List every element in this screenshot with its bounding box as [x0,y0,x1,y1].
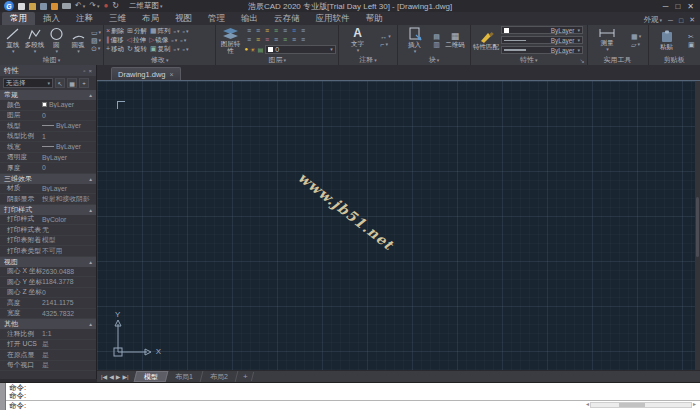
property-value[interactable]: ByLayer [42,143,96,150]
erase-tool[interactable]: ×删除 [106,27,124,36]
modify-more-icon-3[interactable]: ▫▾ [171,37,177,44]
layer-tool-icon-6[interactable]: ≡ [289,26,298,35]
layer-tool-icon-13[interactable]: ≡ [289,35,298,44]
measure-tool[interactable]: 测量▾ [594,28,620,52]
array-tool[interactable]: ▦阵列 [150,27,171,36]
panel-properties-footer[interactable]: 特性▾ ↘ [471,55,586,65]
drawing-canvas[interactable]: www.jb51.net Y X [97,80,700,370]
modify-more-icon-4[interactable]: ▫▾ [180,37,186,44]
panel-clipboard-footer[interactable]: 剪贴板 [649,55,700,65]
line-tool[interactable]: 直线▾ [2,27,24,54]
modify-more-icon-5[interactable]: ▫▾ [174,46,180,53]
doc-restore-button[interactable]: □ [679,17,683,24]
command-scrollbar[interactable]: ◂ ▸ [586,401,696,408]
ribbon-tab-8[interactable]: 输出 [233,12,266,25]
text-tool[interactable]: A 文字▾ [345,27,370,53]
edit-block-icon[interactable]: ▥ [433,41,440,48]
layer-tool-icon-2[interactable]: ≡ [253,26,262,35]
palette-autohide-icon[interactable]: ▫ [83,68,85,74]
scroll-right-icon[interactable]: ▸ [693,401,696,408]
panel-modify-footer[interactable]: 修改▾ [104,55,215,65]
hatch-tool-icon[interactable]: ▨▾ [91,37,101,44]
next-layout-icon[interactable]: ▶ [116,373,121,380]
property-value[interactable]: 无 [42,225,96,235]
ribbon-tab-4[interactable]: 三维 [101,12,134,25]
last-layout-icon[interactable]: ▶| [122,373,128,380]
offset-tool[interactable]: ∥偏移 [106,36,124,45]
layer-tool-icon-4[interactable]: ≡ [271,26,280,35]
property-section-header[interactable]: 视图▴ [0,257,96,267]
quick-select-icon[interactable]: ▦▾ [631,33,641,40]
move-tool[interactable]: +移动 [106,45,124,54]
layer-tool-icon-3[interactable]: ≡ [262,26,271,35]
qrcode-tool[interactable]: ▦ 二维码 [444,32,466,48]
workspace-selector[interactable]: 二维草图▾ [126,1,166,11]
property-section-header[interactable]: 其他▴ [0,319,96,329]
palette-close-icon[interactable]: × [88,68,92,74]
app-logo-icon[interactable]: G [4,1,14,11]
new-file-icon[interactable] [18,3,25,10]
dimension-tool-icon[interactable]: ↔▾ [380,33,391,40]
copy-clip-icon[interactable]: ▣ [688,41,695,48]
maximize-button[interactable]: □ [675,2,680,11]
property-value[interactable]: 2141.1175 [42,299,96,306]
redo-icon[interactable]: ↷▾ [89,2,99,10]
refresh-icon[interactable]: ↻ [112,2,119,10]
layer-select-dropdown[interactable]: 0 ▾ [265,45,336,54]
ribbon-tab-9[interactable]: 云存储 [266,12,308,25]
property-value[interactable]: 投射和接收阴影 [42,194,96,204]
explode-tool[interactable]: ⊞分解 [127,27,147,36]
property-value[interactable]: ByLayer [42,101,96,108]
open-file-icon[interactable] [29,3,36,10]
match-properties-tool[interactable]: 特性匹配 [473,31,499,50]
layer-tool-icon-8[interactable]: ≡ [244,35,253,44]
layer-tool-icon-10[interactable]: ≡ [262,35,271,44]
property-value[interactable]: 不可用 [42,246,96,256]
layer-tool-icon-1[interactable]: ≡ [244,26,253,35]
ribbon-tab-10[interactable]: 应用软件 [308,12,358,25]
property-value[interactable]: ByLayer [42,154,96,161]
ribbon-tab-2[interactable]: 插入 [35,12,68,25]
mirror-tool[interactable]: ▷镜像 [149,36,168,45]
property-value[interactable]: 1184.3778 [42,278,96,285]
canvas-vertical-scrollbar[interactable] [695,81,700,370]
property-value[interactable]: 4325.7832 [42,310,96,317]
quick-select-palette-icon[interactable]: + [79,78,89,88]
ribbon-tab-7[interactable]: 管理 [200,12,233,25]
undo-icon[interactable]: ↶▾ [75,2,85,10]
layer-tool-icon-14[interactable]: ≡ [298,35,307,44]
cut-icon[interactable]: ✂ [688,33,695,40]
panel-layer-footer[interactable]: 图层▾ [216,55,337,65]
layout-tab-3[interactable]: 布局2 [200,371,238,382]
property-section-header[interactable]: 打印样式▴ [0,205,96,215]
property-value[interactable]: 0 [42,164,96,171]
property-value[interactable]: ByLayer [42,185,96,192]
panel-utilities-footer[interactable]: 实用工具 [588,55,648,65]
lineweight-control-dropdown[interactable]: ByLayer▾ [501,46,583,54]
layer-tool-icon-12[interactable]: ≡ [280,35,289,44]
save-as-icon[interactable] [51,3,58,10]
property-value[interactable]: 是 [42,360,96,370]
property-value[interactable]: 0 [42,112,96,119]
property-value[interactable]: ByLayer [42,122,96,129]
property-value[interactable]: 1 [42,133,96,140]
property-section-header[interactable]: 三维效果▴ [0,174,96,184]
minimize-button[interactable]: ─ [663,2,669,11]
document-tab[interactable]: Drawing1.dwg × [111,67,181,80]
scroll-left-icon[interactable]: ◂ [586,401,589,408]
modify-more-icon-1[interactable]: ▫▾ [174,28,180,35]
layout-tab-1[interactable]: 模型 [133,371,168,382]
first-layout-icon[interactable]: |◀ [101,373,107,380]
leader-tool-icon[interactable]: ⌐▾ [380,41,391,48]
modify-more-icon-2[interactable]: ▫▾ [183,28,189,35]
linetype-control-dropdown[interactable]: ByLayer▾ [501,36,583,44]
print-icon[interactable] [62,3,71,9]
property-value[interactable]: 是 [42,350,96,360]
panel-block-footer[interactable]: 块▾ [398,55,470,65]
canvas-scrollbar-thumb[interactable] [696,197,699,257]
property-value[interactable]: 模型 [42,235,96,245]
layer-properties-tool[interactable]: 图层特性 [218,27,242,54]
layer-tool-icon-5[interactable]: ≡ [280,26,289,35]
add-layout-button[interactable]: + [238,372,254,381]
property-value[interactable]: 1:1 [42,330,96,337]
